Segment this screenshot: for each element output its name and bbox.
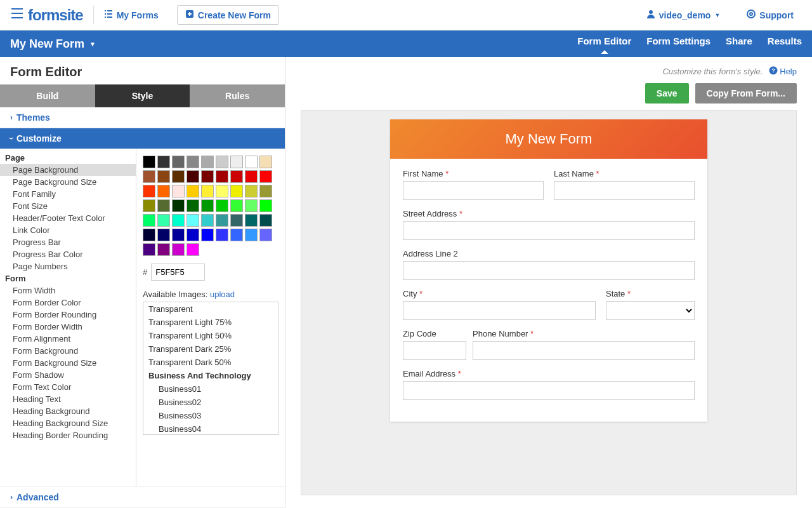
create-form-button[interactable]: Create New Form	[177, 5, 279, 25]
form-title-dropdown[interactable]: My New Form ▼	[10, 37, 96, 51]
prop-item[interactable]: Form Border Rounding	[0, 309, 136, 321]
color-swatch[interactable]	[245, 214, 258, 227]
upload-link[interactable]: upload	[210, 290, 235, 299]
prop-item[interactable]: Font Family	[0, 188, 136, 200]
save-button[interactable]: Save	[645, 83, 689, 104]
prop-item[interactable]: Page Background Size	[0, 176, 136, 188]
accordion-customize[interactable]: › Customize	[0, 128, 285, 149]
color-swatch[interactable]	[172, 156, 185, 168]
color-swatch[interactable]	[143, 214, 155, 227]
prop-item[interactable]: Heading Text	[0, 393, 136, 405]
color-swatch[interactable]	[216, 229, 228, 241]
color-swatch[interactable]	[187, 243, 199, 256]
color-swatch[interactable]	[172, 229, 185, 241]
image-option[interactable]: Transparent Dark 25%	[143, 342, 278, 356]
color-swatch[interactable]	[187, 214, 199, 227]
color-swatch[interactable]	[201, 170, 214, 183]
color-swatch[interactable]	[216, 170, 228, 183]
prop-item[interactable]: Font Size	[0, 200, 136, 212]
color-swatch[interactable]	[259, 199, 272, 212]
color-swatch[interactable]	[259, 185, 272, 197]
color-swatch[interactable]	[230, 185, 243, 197]
input-email[interactable]	[403, 381, 695, 400]
color-swatch[interactable]	[230, 199, 243, 212]
nav-form-editor[interactable]: Form Editor	[577, 36, 631, 53]
prop-item[interactable]: Form Shadow	[0, 369, 136, 381]
input-first-name[interactable]	[403, 181, 544, 200]
property-list[interactable]: PagePage BackgroundPage Background SizeF…	[0, 149, 136, 486]
image-option[interactable]: Business02	[143, 396, 278, 409]
prop-item[interactable]: Page Background	[0, 164, 136, 176]
color-swatch[interactable]	[143, 185, 155, 197]
color-swatch[interactable]	[230, 170, 243, 183]
color-swatch[interactable]	[230, 214, 243, 227]
input-addr2[interactable]	[403, 261, 695, 280]
color-swatch[interactable]	[201, 229, 214, 241]
color-swatch[interactable]	[143, 229, 155, 241]
prop-item[interactable]: Form Background	[0, 345, 136, 357]
input-street[interactable]	[403, 221, 695, 240]
color-swatch[interactable]	[172, 185, 185, 197]
brand-logo[interactable]: formsite	[10, 6, 83, 24]
color-swatch[interactable]	[201, 156, 214, 168]
color-swatch[interactable]	[201, 185, 214, 197]
accordion-advanced[interactable]: › Advanced	[0, 487, 285, 508]
prop-item[interactable]: Form Border Color	[0, 297, 136, 309]
prop-item[interactable]: Progress Bar Color	[0, 248, 136, 260]
color-swatch[interactable]	[187, 185, 199, 197]
my-forms-button[interactable]: My Forms	[93, 5, 167, 25]
nav-form-settings[interactable]: Form Settings	[646, 36, 710, 53]
select-state[interactable]	[606, 301, 695, 320]
input-zip[interactable]	[403, 341, 466, 360]
color-swatch[interactable]	[259, 214, 272, 227]
color-swatch[interactable]	[143, 156, 155, 168]
user-menu[interactable]: video_demo ▼	[638, 5, 729, 25]
prop-item[interactable]: Progress Bar	[0, 236, 136, 248]
color-swatch[interactable]	[157, 185, 170, 197]
input-city[interactable]	[403, 301, 596, 320]
hex-input[interactable]	[151, 264, 205, 281]
color-swatch[interactable]	[187, 229, 199, 241]
image-option[interactable]: Business04	[143, 422, 278, 435]
color-swatch[interactable]	[201, 199, 214, 212]
color-swatch[interactable]	[157, 229, 170, 241]
color-swatch[interactable]	[187, 170, 199, 183]
tab-style[interactable]: Style	[95, 84, 190, 107]
color-swatch[interactable]	[216, 214, 228, 227]
color-swatch[interactable]	[230, 156, 243, 168]
nav-results[interactable]: Results	[768, 36, 802, 53]
image-option[interactable]: Transparent Light 50%	[143, 329, 278, 342]
prop-item[interactable]: Form Border Width	[0, 321, 136, 333]
prop-item[interactable]: Form Width	[0, 284, 136, 297]
help-link[interactable]: ? Help	[769, 66, 797, 77]
image-option[interactable]: Business01	[143, 382, 278, 396]
color-swatch[interactable]	[259, 156, 272, 168]
preview-area[interactable]: My New Form First Name * Last Name *	[301, 110, 797, 495]
image-option[interactable]: Transparent	[143, 302, 278, 316]
prop-item[interactable]: Link Color	[0, 224, 136, 236]
color-swatch[interactable]	[157, 243, 170, 256]
color-swatch[interactable]	[245, 156, 258, 168]
prop-item[interactable]: Header/Footer Text Color	[0, 212, 136, 224]
image-option[interactable]: Business03	[143, 409, 278, 422]
image-list[interactable]: TransparentTransparent Light 75%Transpar…	[143, 302, 278, 435]
color-swatch[interactable]	[216, 199, 228, 212]
color-swatch[interactable]	[259, 170, 272, 183]
color-swatch[interactable]	[230, 229, 243, 241]
support-link[interactable]: Support	[738, 5, 802, 25]
color-swatch[interactable]	[245, 170, 258, 183]
prop-item[interactable]: Form Alignment	[0, 333, 136, 345]
color-swatch[interactable]	[216, 185, 228, 197]
color-swatch[interactable]	[172, 170, 185, 183]
prop-item[interactable]: Form Background Size	[0, 357, 136, 369]
color-swatch[interactable]	[143, 199, 155, 212]
accordion-themes[interactable]: › Themes	[0, 107, 285, 128]
prop-item[interactable]: Heading Background	[0, 405, 136, 417]
input-last-name[interactable]	[554, 181, 695, 200]
image-option[interactable]: Transparent Dark 50%	[143, 356, 278, 369]
nav-share[interactable]: Share	[726, 36, 752, 53]
color-swatch[interactable]	[157, 170, 170, 183]
color-swatch[interactable]	[187, 156, 199, 168]
color-swatch[interactable]	[172, 243, 185, 256]
input-phone[interactable]	[473, 341, 695, 360]
